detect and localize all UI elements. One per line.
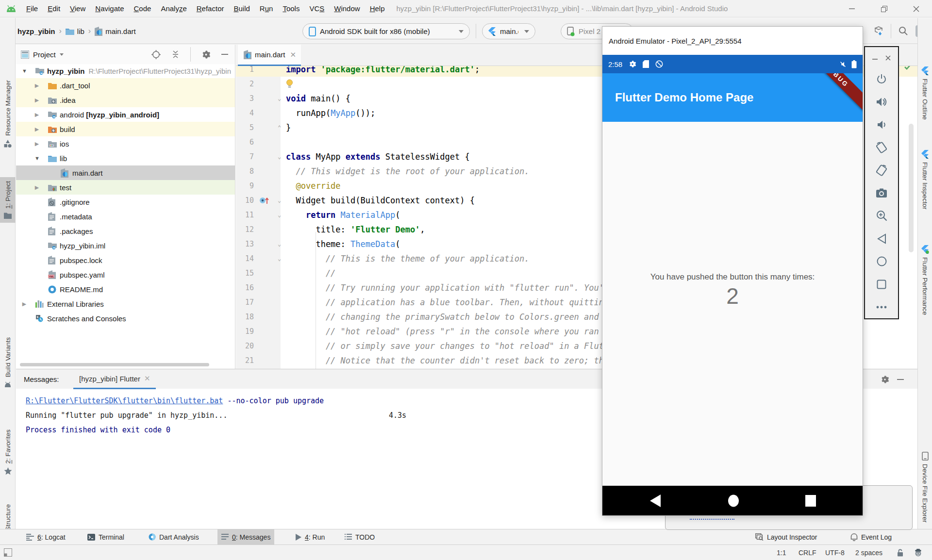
menu-file[interactable]: File (21, 0, 43, 17)
fold-marker-icon[interactable]: ⌄ (278, 237, 281, 251)
emulator-minimize-icon[interactable] (872, 55, 878, 61)
menu-build[interactable]: Build (229, 0, 254, 17)
fold-marker-icon[interactable]: ⌄ (278, 91, 281, 106)
toolbtn-terminal[interactable]: Terminal (83, 529, 128, 544)
toolbtn-4-run[interactable]: 4: Run (292, 529, 329, 544)
restore-button[interactable] (868, 0, 900, 17)
expand-arrow-icon[interactable]: ▶ (34, 126, 39, 132)
hector-indicator[interactable] (915, 545, 922, 560)
stripe-flutter-performance[interactable]: Flutter Performance (918, 245, 932, 315)
close-button[interactable] (900, 0, 932, 17)
tree-item-scratches-and-consoles[interactable]: Scratches and Consoles (16, 311, 235, 326)
messages-tab-flutter[interactable]: [hyzp_yibin] Flutter ✕ (73, 369, 156, 389)
menu-edit[interactable]: Edit (43, 0, 65, 17)
messages-hide-icon[interactable] (897, 376, 904, 383)
tab-close-icon[interactable]: ✕ (290, 50, 297, 59)
menu-code[interactable]: Code (129, 0, 156, 17)
project-view-caret-icon[interactable] (60, 53, 64, 56)
emu-vol-down-button[interactable] (876, 113, 887, 136)
emu-camera-button[interactable] (876, 181, 887, 204)
search-icon[interactable] (898, 26, 909, 36)
messages-settings-icon[interactable] (881, 375, 889, 384)
collapse-all-icon[interactable] (171, 50, 180, 59)
toolbtn-layout-inspector[interactable]: Layout Inspector (751, 529, 821, 544)
expand-arrow-icon[interactable]: ▶ (34, 184, 39, 191)
hide-panel-icon[interactable] (221, 51, 228, 58)
tree-item-lib[interactable]: ▼lib (16, 151, 235, 165)
expand-arrow-icon[interactable]: ▶ (34, 82, 39, 89)
expand-arrow-icon[interactable]: ▶ (34, 141, 39, 147)
toolwindow-toggle-icon[interactable] (4, 545, 12, 560)
toolbtn-0-messages[interactable]: 0: Messages (217, 529, 274, 544)
tree-item-android[interactable]: ▶android [hyzp_yibin_android] (16, 107, 235, 122)
emu-zoom-button[interactable] (876, 204, 887, 227)
breadcrumb-lib[interactable]: lib (66, 27, 84, 35)
menu-view[interactable]: View (65, 0, 90, 17)
messages-tab-close-icon[interactable]: ✕ (144, 374, 150, 383)
menu-help[interactable]: Help (365, 0, 390, 17)
breadcrumb-main-dart[interactable]: main.dart (95, 27, 136, 36)
inspection-ok-icon[interactable] (904, 66, 912, 71)
fold-marker-icon[interactable]: ⌃ (278, 120, 281, 135)
emu-overview-button[interactable] (876, 273, 887, 296)
menu-navigate[interactable]: Navigate (90, 0, 129, 17)
nav-overview-icon[interactable] (805, 495, 816, 507)
fold-marker-icon[interactable]: ⌄ (278, 251, 281, 266)
stripe-1-project[interactable]: 1: Project (0, 177, 16, 223)
emulator-close-icon[interactable] (885, 55, 891, 61)
tree-item-build[interactable]: ▶build (16, 122, 235, 136)
tree-item--idea[interactable]: ▶.idea (16, 93, 235, 107)
emu-rot-l-button[interactable] (876, 136, 887, 159)
emulator-screen[interactable]: DEBUG 2:58 Flutter Demo Home Page You ha… (602, 55, 863, 515)
status-crlf[interactable]: CRLF (799, 545, 816, 560)
settings-icon[interactable] (201, 50, 211, 59)
stripe-flutter-outline[interactable]: Flutter Outline (918, 66, 932, 120)
intention-bulb-icon[interactable] (286, 79, 293, 88)
emu-vol-up-button[interactable] (876, 90, 887, 113)
expand-arrow-icon[interactable]: ▶ (34, 112, 39, 118)
nav-home-icon[interactable] (728, 494, 739, 507)
toolbtn-event-log[interactable]: Event Log (847, 529, 896, 544)
toolbtn-6-logcat[interactable]: 6: Logcat (22, 529, 69, 544)
emu-home-button[interactable] (876, 250, 887, 273)
stripe-device-file-explorer[interactable]: Device File Explorer (918, 452, 932, 523)
menu-window[interactable]: Window (329, 0, 365, 17)
sdk-manager-icon[interactable] (873, 26, 884, 36)
stripe-resource-manager[interactable]: Resource Manager (0, 76, 16, 152)
tree-item--packages[interactable]: .packages (16, 224, 235, 238)
tree-item-hyzp_yibin-iml[interactable]: hyzp_yibin.iml (16, 238, 235, 253)
tree-item-pubspec-lock[interactable]: pubspec.lock (16, 253, 235, 267)
tree-item-test[interactable]: ▶test (16, 180, 235, 195)
tab-main-dart[interactable]: main.dart ✕ (238, 45, 301, 66)
tree-item-hyzp_yibin[interactable]: ▼hyzp_yibinR:\FlutterProject\FlutterProj… (16, 64, 235, 78)
tree-item--dart_tool[interactable]: ▶.dart_tool (16, 78, 235, 93)
tree-item--metadata[interactable]: .metadata (16, 209, 235, 224)
nav-back-icon[interactable] (649, 494, 662, 508)
expand-arrow-icon[interactable]: ▶ (34, 97, 39, 103)
fold-marker-icon[interactable]: ⌄ (278, 149, 281, 164)
toolbtn-todo[interactable]: TODO (341, 529, 379, 544)
readonly-lock[interactable] (897, 545, 903, 560)
menu-analyze[interactable]: Analyze (156, 0, 191, 17)
locate-file-icon[interactable] (151, 50, 161, 59)
emu-rot-r-button[interactable] (876, 159, 887, 181)
stripe-flutter-inspector[interactable]: Flutter Inspector (918, 150, 932, 210)
project-panel-title[interactable]: Project (33, 50, 56, 59)
override-marker-icon[interactable] (259, 197, 270, 204)
status-2-spaces[interactable]: 2 spaces (855, 545, 882, 560)
stripe-build-variants[interactable]: Build Variants (0, 333, 16, 392)
tree-item-main-dart[interactable]: main.dart (16, 165, 235, 180)
menu-refactor[interactable]: Refactor (192, 0, 229, 17)
menu-run[interactable]: Run (255, 0, 278, 17)
menu-vcs[interactable]: VCS (304, 0, 329, 17)
tree-item-external-libraries[interactable]: ▶External Libraries (16, 296, 235, 311)
fold-marker-icon[interactable]: ⌄ (278, 193, 281, 208)
status-utf-8[interactable]: UTF-8 (825, 545, 845, 560)
tree-item-readme-md[interactable]: README.md (16, 282, 235, 296)
emu-power-button[interactable] (876, 67, 887, 90)
emu-more-button[interactable] (876, 296, 887, 318)
editor-scrollbar[interactable] (909, 124, 914, 252)
tree-item--gitignore[interactable]: .gitignore (16, 195, 235, 209)
status-1-1[interactable]: 1:1 (777, 545, 786, 560)
menu-tools[interactable]: Tools (278, 0, 304, 17)
